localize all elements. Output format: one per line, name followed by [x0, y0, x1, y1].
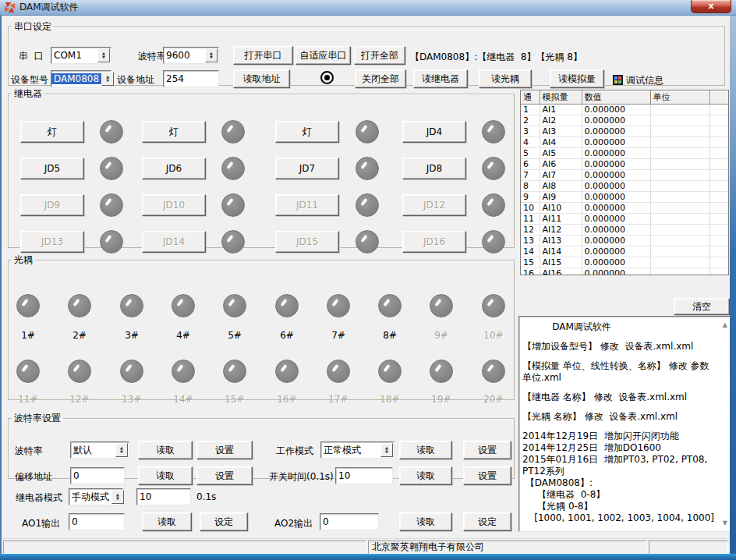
workmode-select[interactable]: 正常模式 ▲▼ — [320, 441, 395, 459]
info-log-line-10 — [522, 423, 717, 431]
status-indicator — [320, 71, 334, 84]
scroll-up-icon[interactable]: ▲ — [723, 321, 727, 328]
offset-read-button[interactable]: 读取 — [138, 466, 193, 485]
analog-cell: 13 — [521, 236, 540, 246]
opto-label-12: 12# — [62, 394, 97, 405]
relay-button-5[interactable]: JD5 — [20, 158, 84, 179]
dropdown-arrow-icon[interactable]: ▲▼ — [380, 443, 393, 457]
info-log-line-4 — [522, 353, 717, 360]
dropdown-arrow-icon[interactable]: ▲▼ — [97, 48, 110, 62]
switch-set-button[interactable]: 设置 — [463, 466, 511, 485]
relay-button-6[interactable]: JD6 — [142, 158, 206, 179]
analog-cell — [709, 246, 729, 257]
ao1-read-button[interactable]: 读取 — [142, 512, 192, 531]
ao2-input[interactable] — [320, 513, 379, 530]
auto-port-button[interactable]: 自适应串口 — [295, 46, 351, 65]
device-addr-input[interactable] — [163, 70, 219, 87]
dropdown-arrow-icon[interactable]: ▲▼ — [115, 443, 128, 457]
ao1-input[interactable] — [69, 513, 125, 530]
analog-cell — [709, 148, 729, 159]
relay-button-2[interactable]: 灯 — [142, 121, 206, 143]
analog-cell: 10 — [521, 203, 540, 214]
status-panel-right — [649, 541, 728, 554]
analog-cell: 0.000000 — [582, 105, 650, 115]
close-button[interactable]: x — [691, 0, 731, 13]
dropdown-arrow-icon[interactable]: ▲▼ — [205, 48, 218, 62]
analog-row-4: 4AI40.000000 — [521, 137, 729, 148]
analog-cell: 6 — [521, 159, 540, 170]
analog-cell — [650, 115, 709, 126]
switch-time-input[interactable] — [335, 467, 393, 484]
baud-value: 9600 — [164, 50, 205, 61]
relay-button-8[interactable]: JD8 — [402, 158, 466, 179]
relay-button-4[interactable]: JD4 — [402, 121, 466, 143]
analog-cell: 0.000000 — [582, 214, 650, 225]
dropdown-arrow-icon[interactable]: ▲▼ — [101, 72, 114, 86]
app-window: DAM调试软件 x 串口设定 串 口 COM1 ▲▼ 波特率 9600 ▲▼ 打… — [0, 0, 736, 560]
read-addr-button[interactable]: 读取地址 — [233, 69, 290, 88]
info-log-line-17: [1000, 1001, 1002, 1003, 1004, 1000] — [522, 512, 717, 524]
baud-label: 波特率 — [138, 50, 166, 63]
analog-row-2: 2AI20.000000 — [521, 115, 729, 126]
offset-addr-input[interactable] — [70, 467, 125, 484]
opto-indicator-13 — [120, 360, 143, 383]
opto-indicator-20 — [482, 360, 505, 383]
analog-cell — [650, 105, 709, 115]
relay-button-3[interactable]: 灯 — [275, 121, 339, 143]
analog-cell: AI13 — [540, 236, 582, 246]
baud-read-button[interactable]: 读取 — [138, 441, 193, 459]
baud-set-button[interactable]: 设置 — [196, 441, 253, 459]
relay-indicator-16 — [482, 230, 505, 253]
analog-cell: 0.000000 — [582, 159, 650, 170]
opto-indicator-9 — [430, 294, 453, 317]
analog-cell: 0.000000 — [582, 225, 650, 236]
open-port-button[interactable]: 打开串口 — [233, 46, 293, 65]
baud-select[interactable]: 9600 ▲▼ — [163, 47, 219, 64]
opto-label-11: 11# — [11, 394, 45, 405]
analog-cell: 12 — [521, 225, 540, 236]
workmode-set-button[interactable]: 设置 — [463, 441, 511, 459]
analog-cell — [709, 214, 729, 225]
analog-cell: 0.000000 — [582, 268, 650, 276]
read-analog-button[interactable]: 读模拟量 — [550, 69, 604, 88]
opto-label-13: 13# — [115, 394, 149, 405]
relay-time-unit-label: 0.1s — [196, 491, 216, 502]
analog-cell: 0.000000 — [582, 257, 650, 268]
read-relay-button[interactable]: 读继电器 — [413, 69, 468, 88]
relay-indicator-6 — [221, 157, 245, 180]
opto-indicator-7 — [327, 294, 350, 317]
analog-cell: 0.000000 — [582, 115, 650, 126]
scroll-down-icon[interactable]: ▼ — [723, 519, 727, 526]
open-all-button[interactable]: 打开全部 — [354, 46, 405, 65]
info-log-box[interactable]: DAM调试软件【增加设备型号】 修改 设备表.xml.xml【模拟量 单位、线性… — [518, 316, 731, 532]
analog-cell — [650, 203, 709, 214]
relay-indicator-11 — [356, 193, 379, 217]
relay-mode-select[interactable]: 手动模式 ▲▼ — [69, 488, 123, 505]
debug-info-label[interactable]: 调试信息 — [626, 74, 663, 87]
read-opto-button[interactable]: 读光耦 — [479, 69, 532, 88]
com-port-select[interactable]: COM1 ▲▼ — [51, 47, 111, 64]
ao1-set-button[interactable]: 设定 — [200, 512, 248, 531]
opto-label-8: 8# — [373, 330, 407, 341]
dropdown-arrow-icon[interactable]: ▲▼ — [111, 490, 124, 504]
clear-button[interactable]: 清空 — [674, 298, 730, 315]
analog-cell: 15 — [521, 257, 540, 268]
model-select[interactable]: DAM0808 ▲▼ — [51, 70, 111, 87]
close-all-button[interactable]: 关闭全部 — [355, 69, 406, 88]
relay-button-1[interactable]: 灯 — [20, 121, 84, 143]
workmode-read-button[interactable]: 读取 — [399, 441, 452, 459]
relay-button-7[interactable]: JD7 — [275, 158, 339, 179]
analog-cell — [709, 181, 729, 192]
opto-indicator-18 — [378, 360, 402, 383]
ao2-set-button[interactable]: 设定 — [463, 512, 511, 531]
switch-read-button[interactable]: 读取 — [399, 466, 452, 485]
opto-label-7: 7# — [321, 330, 356, 341]
offset-set-button[interactable]: 设置 — [196, 466, 253, 485]
baud-setting-select[interactable]: 默认 ▲▼ — [70, 441, 129, 459]
ao2-read-button[interactable]: 读取 — [399, 512, 452, 531]
analog-cell: 9 — [521, 192, 540, 203]
analog-row-16: 16AI160.000000 — [521, 268, 729, 276]
info-log-line-5: 【模拟量 单位、线性转换、名称】 修改 参数单位.xml — [522, 360, 717, 384]
relay-time-input[interactable] — [136, 488, 191, 505]
window-border-left — [0, 16, 2, 554]
